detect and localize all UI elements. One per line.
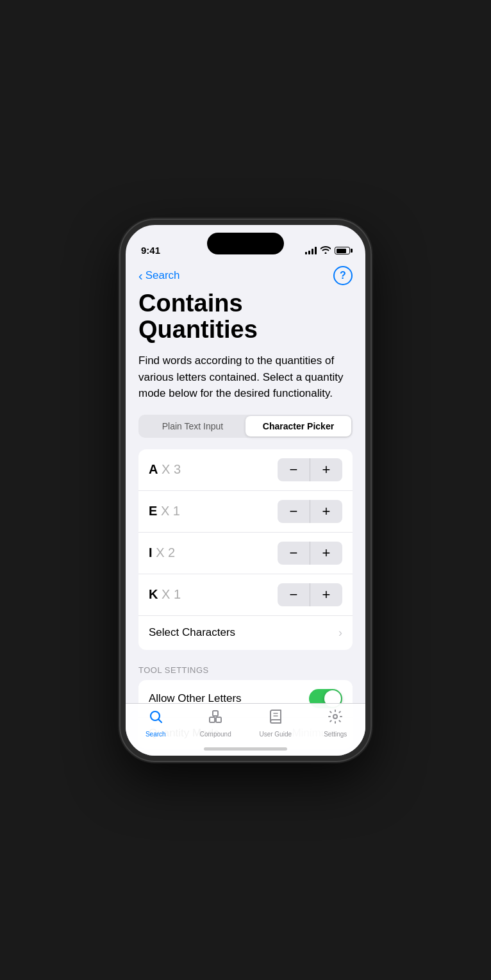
select-characters-row[interactable]: Select Characters › — [138, 616, 353, 650]
wifi-icon — [320, 246, 331, 256]
tab-user-guide-label: User Guide — [259, 731, 292, 738]
stepper-e-increase[interactable]: + — [310, 500, 342, 523]
svg-point-7 — [333, 715, 337, 718]
tab-search-label: Search — [146, 731, 166, 738]
tool-settings-label: TOOL SETTINGS — [126, 665, 365, 680]
segment-plain-text[interactable]: Plain Text Input — [140, 416, 246, 436]
stepper-a-increase[interactable]: + — [310, 458, 342, 481]
segmented-control: Plain Text Input Character Picker — [138, 415, 353, 438]
char-row-a: A X 3 − + — [138, 449, 353, 491]
stepper-a: − + — [278, 458, 342, 481]
tab-settings-label: Settings — [324, 731, 347, 738]
back-button[interactable]: ‹ Search — [138, 269, 180, 282]
signal-icon — [305, 247, 317, 254]
select-chars-label: Select Characters — [149, 626, 235, 639]
stepper-i-decrease[interactable]: − — [278, 542, 310, 565]
segment-character-picker[interactable]: Character Picker — [246, 416, 351, 436]
stepper-e: − + — [278, 500, 342, 523]
stepper-i-increase[interactable]: + — [310, 542, 342, 565]
stepper-i: − + — [278, 542, 342, 565]
tab-compound[interactable]: Compound — [186, 709, 246, 738]
char-row-k: K X 1 − + — [138, 574, 353, 616]
page-title: Contains Quantities — [138, 290, 353, 344]
page-description: Find words according to the quantities o… — [138, 353, 353, 402]
settings-tab-icon — [328, 709, 343, 728]
nav-bar: ‹ Search ? — [126, 261, 365, 290]
battery-icon — [335, 247, 350, 254]
svg-line-1 — [158, 719, 162, 722]
stepper-e-decrease[interactable]: − — [278, 500, 310, 523]
select-chars-chevron-icon: › — [338, 626, 342, 640]
char-label-a: A X 3 — [149, 462, 181, 477]
main-content: Contains Quantities Find words according… — [126, 290, 365, 650]
char-row-e: E X 1 − + — [138, 491, 353, 533]
tab-settings[interactable]: Settings — [306, 709, 366, 738]
svg-rect-3 — [216, 717, 221, 722]
back-label: Search — [146, 269, 180, 282]
help-button[interactable]: ? — [333, 266, 353, 285]
tab-compound-label: Compound — [200, 731, 231, 738]
home-indicator — [204, 747, 287, 751]
svg-rect-4 — [213, 711, 218, 716]
stepper-k-increase[interactable]: + — [310, 583, 342, 606]
char-row-i: I X 2 − + — [138, 533, 353, 574]
help-label: ? — [340, 270, 346, 281]
stepper-a-decrease[interactable]: − — [278, 458, 310, 481]
back-chevron-icon: ‹ — [138, 269, 143, 282]
char-label-k: K X 1 — [149, 587, 181, 602]
status-icons — [305, 246, 350, 257]
char-label-i: I X 2 — [149, 545, 175, 560]
tab-user-guide[interactable]: User Guide — [246, 709, 306, 738]
phone-frame: 9:41 ‹ Search — [121, 220, 370, 761]
svg-rect-2 — [210, 717, 215, 722]
compound-tab-icon — [208, 709, 223, 728]
stepper-k: − + — [278, 583, 342, 606]
dynamic-island — [207, 233, 284, 254]
tab-search[interactable]: Search — [126, 709, 186, 738]
user-guide-tab-icon — [268, 709, 283, 728]
characters-card: A X 3 − + E X 1 — [138, 449, 353, 650]
stepper-k-decrease[interactable]: − — [278, 583, 310, 606]
char-label-e: E X 1 — [149, 504, 180, 519]
screen: ‹ Search ? Contains Quantities Find word… — [126, 261, 365, 756]
search-tab-icon — [148, 709, 163, 728]
status-time: 9:41 — [141, 245, 160, 257]
